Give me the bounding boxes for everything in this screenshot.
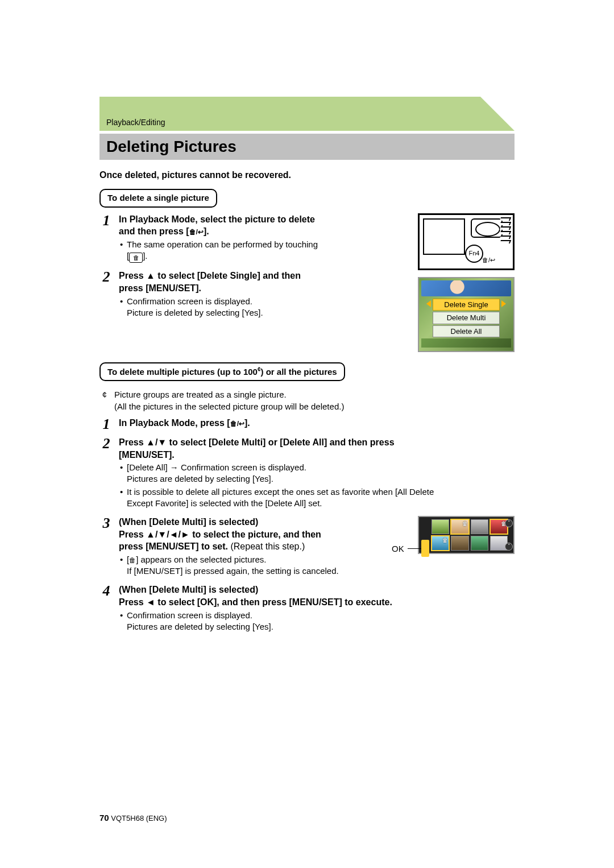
bullet-text-b: Pictures are deleted by selecting [Yes].	[127, 621, 515, 633]
menu-photo-backdrop	[421, 280, 511, 296]
single-delete-row: 1 In Playback Mode, select the picture t…	[99, 213, 515, 353]
step-bullet: The same operation can be performed by t…	[119, 239, 411, 263]
bullet-text-b: Pictures are deleted by selecting [Yes].	[127, 473, 515, 485]
step-number: 1	[99, 417, 113, 432]
doc-code: VQT5H68 (ENG)	[111, 814, 167, 822]
menu-option-delete-multi[interactable]: Delete Multi	[433, 312, 500, 324]
menu-option-delete-single[interactable]: Delete Single	[433, 299, 500, 311]
step-heading: Press ▲/▼ to select [Delete Multi] or [D…	[119, 436, 515, 461]
step-multi-3: 3 (When [Delete Multi] is selected) Pres…	[99, 516, 411, 579]
page-footer: 70 VQT5H68 (ENG)	[99, 812, 167, 824]
step-heading: In Playback Mode, select the picture to …	[119, 213, 411, 238]
step-bullet: [Delete All] → Confirmation screen is di…	[119, 462, 515, 485]
footnote: ¢ Picture groups are treated as a single…	[99, 389, 515, 412]
step-single-1: 1 In Playback Mode, select the picture t…	[99, 213, 411, 266]
ok-callout-label: OK	[392, 543, 404, 555]
page-content: Playback/Editing Deleting Pictures Once …	[99, 114, 515, 834]
trash-return-icon: 🗑/↩	[189, 228, 204, 236]
step-single-2: 2 Press ▲ to select [Delete Single] and …	[99, 270, 411, 321]
thumbnail[interactable]	[432, 519, 449, 534]
trash-icon: 🗑	[129, 556, 136, 564]
camera-screen-outline	[423, 218, 465, 255]
step-number: 2	[99, 270, 113, 321]
trash-return-icon: 🗑/↩	[230, 420, 244, 428]
step-heading-line2: press [MENU/SET].	[119, 283, 201, 293]
bullet-text: [Delete All] → Confirmation screen is di…	[127, 462, 306, 472]
scroll-up-icon[interactable]: ˄	[505, 519, 513, 527]
camera-back-illustration: Fn4 🗑/↩	[418, 213, 515, 270]
step-heading-line2a: and then press [	[119, 226, 189, 236]
step-number: 4	[99, 584, 113, 635]
single-delete-figures: Fn4 🗑/↩ Delete Single Delete Multi Delet…	[418, 213, 515, 353]
footnote-marker: ¢	[99, 389, 110, 412]
step-heading: Press ▲ to select [Delete Single] and th…	[119, 270, 411, 294]
thumbnail[interactable]	[471, 519, 488, 534]
step-heading: (When [Delete Multi] is selected) Press …	[119, 516, 411, 553]
thumbnail[interactable]	[471, 536, 488, 551]
subsection-delete-multi: To delete multiple pictures (up to 100¢)…	[99, 362, 345, 381]
scroll-down-icon[interactable]: ˅	[505, 543, 513, 551]
section-title-bar: Deleting Pictures	[99, 134, 515, 160]
step-bullet: Confirmation screen is displayed. Pictur…	[119, 610, 515, 633]
step-multi-3-row: 3 (When [Delete Multi] is selected) Pres…	[99, 516, 515, 584]
step-heading-line1: Press ▲ to select [Delete Single] and th…	[119, 271, 301, 280]
fn4-button-icon: Fn4	[465, 245, 483, 263]
thumbnail-grid	[432, 519, 508, 551]
step-bullet: [🗑] appears on the selected pictures. If…	[119, 554, 411, 577]
step-heading-line3b: (Repeat this step.)	[228, 542, 305, 551]
single-delete-steps: 1 In Playback Mode, select the picture t…	[99, 213, 411, 326]
step-bullet: Confirmation screen is displayed. Pictur…	[119, 296, 411, 319]
thumbnail-grid-illustration: OK ˄ ˅	[418, 516, 515, 554]
subsection-delete-single: To delete a single picture	[99, 189, 217, 207]
bullet-text-b: Except Favorite] is selected with the [D…	[127, 498, 515, 509]
step-heading-line1: Press ▲/▼ to select [Delete Multi] or [D…	[119, 437, 395, 447]
step-number: 3	[99, 516, 113, 579]
thumbnail[interactable]	[451, 536, 468, 551]
thumbnail-selected[interactable]	[451, 519, 468, 534]
bullet-text: The same operation can be performed by t…	[127, 239, 318, 249]
step-multi-4: 4 (When [Delete Multi] is selected) Pres…	[99, 584, 515, 635]
menu-photo-backdrop-bottom	[421, 338, 511, 348]
step-heading-line2b: ].	[204, 226, 209, 236]
step-heading-line2: Press ▲/▼/◄/► to select the picture, and…	[119, 530, 321, 539]
bullet-text: It is possible to delete all pictures ex…	[127, 487, 434, 497]
step-heading-line2: [MENU/SET].	[119, 450, 175, 460]
step-heading-line1: In Playback Mode, select the picture to …	[119, 214, 315, 224]
onscreen-delete-menu: Delete Single Delete Multi Delete All	[418, 277, 515, 353]
warning-text: Once deleted, pictures cannot be recover…	[99, 169, 515, 181]
step-heading-line1: (When [Delete Multi] is selected)	[119, 517, 258, 527]
trash-return-icon: 🗑/↩	[482, 256, 495, 264]
step-heading-line1: (When [Delete Multi] is selected)	[119, 585, 258, 594]
bullet-text-c: If [MENU/SET] is pressed again, the sett…	[127, 565, 411, 577]
step-heading-line2: Press ◄ to select [OK], and then press […	[119, 597, 392, 607]
step-heading-b: ].	[244, 418, 250, 428]
step-bullet: It is possible to delete all pictures ex…	[119, 486, 515, 510]
manual-page: Playback/Editing Deleting Pictures Once …	[0, 0, 614, 868]
step-multi-1: 1 In Playback Mode, press [🗑/↩].	[99, 417, 515, 432]
bullet-text: Confirmation screen is displayed.	[127, 296, 252, 306]
breadcrumb: Playback/Editing	[99, 114, 515, 130]
menu-option-delete-all[interactable]: Delete All	[433, 325, 500, 338]
page-number: 70	[99, 813, 109, 822]
step-heading: (When [Delete Multi] is selected) Press …	[119, 584, 515, 608]
footnote-line2: (All the pictures in the selected pictur…	[114, 402, 344, 411]
touch-delete-icon: 🗑	[129, 253, 143, 263]
step-heading-a: In Playback Mode, press [	[119, 418, 230, 428]
subsection-title-b: ) or all the pictures	[261, 367, 337, 377]
bullet-text-b: ] appears on the selected pictures.	[136, 555, 266, 564]
step-number: 2	[99, 436, 113, 511]
step-number: 1	[99, 213, 113, 266]
page-title: Deleting Pictures	[106, 136, 508, 158]
thumbnail-selected[interactable]	[432, 536, 449, 551]
thumbnail-scrollbar[interactable]: ˄ ˅	[505, 519, 512, 551]
bullet-text-b: Picture is deleted by selecting [Yes].	[127, 307, 411, 319]
footnote-line1: Picture groups are treated as a single p…	[114, 390, 287, 399]
step-multi-2: 2 Press ▲/▼ to select [Delete Multi] or …	[99, 436, 515, 511]
step-heading: In Playback Mode, press [🗑/↩].	[119, 417, 515, 429]
step-heading-line3a: press [MENU/SET] to set.	[119, 542, 228, 551]
bullet-text: Confirmation screen is displayed.	[127, 610, 252, 620]
ok-side-button[interactable]	[421, 540, 429, 557]
bullet-text-c: ].	[143, 251, 147, 261]
subsection-title-a: To delete multiple pictures (up to 100	[107, 367, 258, 377]
camera-evf-outline	[471, 218, 503, 238]
